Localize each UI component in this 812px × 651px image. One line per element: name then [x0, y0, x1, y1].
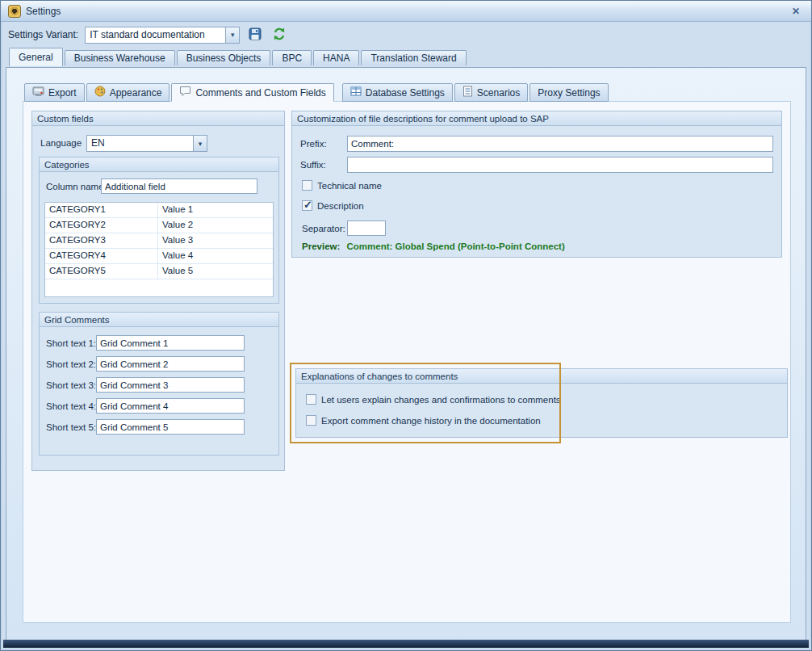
table-row[interactable]: CATEGORY4 Value 4 — [45, 249, 273, 264]
export-history-checkbox[interactable]: Export comment change history in the doc… — [306, 415, 541, 426]
chevron-down-icon[interactable]: ▾ — [225, 27, 239, 43]
checkbox-icon[interactable] — [306, 394, 316, 405]
tab-label: Comments and Custom Fields — [195, 87, 325, 99]
grid-comments-header: Grid Comments — [40, 313, 278, 327]
table-empty-area — [45, 279, 273, 296]
grid-comment-row: Short text 2: — [46, 356, 278, 372]
settings-variant-toolbar: Settings Variant: IT standard documentat… — [1, 22, 811, 48]
preview-value: Comment: Global Spend (Point-to-Point Co… — [347, 242, 565, 251]
short-text-label: Short text 2: — [46, 359, 96, 369]
grid-comment-input[interactable] — [96, 377, 245, 393]
general-tab-page: Export Appearance — [6, 67, 806, 640]
separator-input[interactable] — [347, 220, 386, 236]
close-button[interactable]: ✕ — [788, 5, 804, 18]
tab-bpc[interactable]: BPC — [272, 50, 312, 65]
language-label: Language — [40, 138, 82, 148]
tab-label: Translation Steward — [370, 52, 456, 64]
comments-and-custom-fields-page: Custom fields Language EN ▾ Categories C… — [23, 101, 791, 623]
main-tab-strip: General Business Warehouse Business Obje… — [1, 48, 811, 65]
suffix-input[interactable] — [347, 157, 773, 173]
floppy-disk-icon — [249, 27, 262, 43]
category-key-cell: CATEGORY1 — [45, 203, 158, 217]
description-checkbox[interactable]: Description — [302, 200, 364, 211]
group-title: Explanations of changes to comments — [301, 372, 458, 381]
category-value-cell: Value 1 — [158, 203, 273, 217]
short-text-label: Short text 5: — [46, 422, 96, 432]
separator-label: Separator: — [302, 224, 345, 233]
sub-tab-strip: Export Appearance — [24, 83, 610, 102]
tab-database-settings[interactable]: Database Settings — [342, 83, 453, 102]
language-combobox[interactable]: EN ▾ — [86, 135, 207, 152]
group-title: Customization of file descriptions for c… — [297, 114, 549, 124]
tab-hana[interactable]: HANA — [313, 50, 359, 65]
checkbox-label: Let users explain changes and confirmati… — [321, 395, 561, 405]
grid-comment-row: Short text 3: — [46, 377, 278, 393]
export-icon — [32, 86, 44, 99]
grid-comment-input[interactable] — [96, 398, 245, 414]
chevron-down-icon[interactable]: ▾ — [193, 136, 207, 151]
tab-general[interactable]: General — [9, 48, 63, 66]
window-bottom-frame — [3, 640, 809, 648]
preview-row: Preview: Comment: Global Spend (Point-to… — [302, 242, 565, 251]
grid-comment-row: Short text 4: — [46, 398, 278, 414]
refresh-arrows-icon — [273, 27, 286, 43]
grid-comment-row: Short text 1: — [46, 335, 278, 351]
prefix-input[interactable] — [347, 136, 773, 152]
grid-comment-row: Short text 5: — [46, 419, 278, 435]
settings-variant-combobox[interactable]: IT standard documentation ▾ — [85, 27, 240, 44]
prefix-label: Prefix: — [300, 139, 327, 149]
tab-proxy-settings[interactable]: Proxy Settings — [529, 83, 608, 102]
palette-icon — [94, 86, 106, 99]
suffix-label: Suffix: — [300, 160, 326, 170]
technical-name-checkbox[interactable]: Technical name — [302, 180, 382, 191]
grid-comment-input[interactable] — [96, 356, 245, 372]
tab-scenarios[interactable]: Scenarios — [454, 83, 528, 102]
group-title: Custom fields — [37, 114, 94, 124]
group-title: Grid Comments — [44, 315, 110, 325]
custom-fields-group: Custom fields Language EN ▾ Categories C… — [31, 111, 285, 471]
category-value-cell: Value 4 — [158, 249, 273, 263]
document-list-icon — [463, 86, 473, 99]
table-row[interactable]: CATEGORY2 Value 2 — [45, 218, 273, 233]
explanations-header: Explanations of changes to comments — [296, 369, 787, 384]
tab-translation-steward[interactable]: Translation Steward — [361, 50, 466, 65]
database-grid-icon — [350, 86, 362, 99]
categories-group: Categories Column name: CATEGORY1 Value … — [39, 157, 279, 304]
tab-business-warehouse[interactable]: Business Warehouse — [65, 50, 175, 65]
tab-business-objects[interactable]: Business Objects — [177, 50, 271, 65]
checkbox-icon[interactable] — [302, 180, 312, 191]
explain-changes-checkbox[interactable]: Let users explain changes and confirmati… — [306, 394, 561, 405]
tab-appearance[interactable]: Appearance — [86, 83, 170, 102]
category-key-cell: CATEGORY5 — [45, 264, 158, 279]
refresh-button[interactable] — [270, 26, 288, 44]
tab-label: Proxy Settings — [538, 87, 600, 99]
save-button[interactable] — [246, 26, 264, 44]
short-text-label: Short text 1: — [46, 338, 96, 348]
grid-comments-group: Grid Comments Short text 1: Short text 2… — [39, 312, 279, 456]
title-bar: Settings ✕ — [1, 1, 811, 22]
tab-label: Export — [48, 87, 77, 99]
window-title: Settings — [26, 6, 61, 17]
table-row[interactable]: CATEGORY1 Value 1 — [45, 203, 273, 218]
group-title: Categories — [44, 160, 90, 170]
category-key-cell: CATEGORY4 — [45, 249, 158, 263]
checkbox-label: Description — [317, 201, 364, 211]
short-text-label: Short text 3: — [46, 380, 96, 390]
tab-export[interactable]: Export — [24, 83, 85, 102]
checkbox-label: Export comment change history in the doc… — [321, 416, 541, 426]
grid-comment-input[interactable] — [96, 419, 245, 435]
tab-label: Database Settings — [366, 87, 445, 99]
tab-label: BPC — [282, 52, 302, 64]
settings-variant-value: IT standard documentation — [86, 27, 225, 43]
tab-label: General — [19, 52, 53, 63]
column-name-label: Column name: — [46, 182, 107, 191]
table-row[interactable]: CATEGORY3 Value 3 — [45, 233, 273, 249]
checkbox-icon[interactable] — [302, 200, 312, 211]
checkbox-icon[interactable] — [306, 415, 316, 426]
tab-label: HANA — [323, 52, 349, 64]
table-row[interactable]: CATEGORY5 Value 5 — [45, 264, 273, 279]
grid-comment-input[interactable] — [96, 335, 245, 351]
category-key-cell: CATEGORY2 — [45, 218, 158, 233]
column-name-input[interactable] — [101, 178, 257, 194]
tab-comments-and-custom-fields[interactable]: Comments and Custom Fields — [171, 83, 333, 102]
